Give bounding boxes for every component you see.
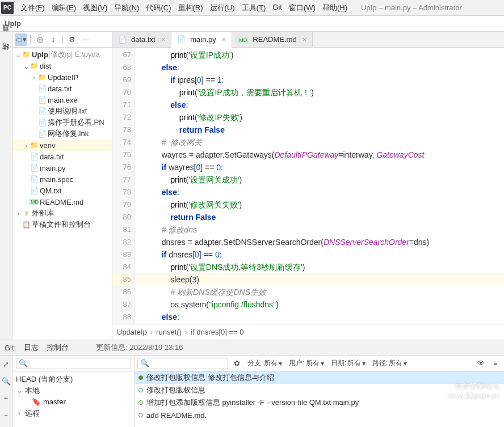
settings-icon[interactable]: ⚙ [66, 33, 78, 46]
breadcrumb-item[interactable]: runset() [156, 328, 182, 336]
hide-icon[interactable]: — [79, 33, 92, 46]
tree-item[interactable]: MDREADME.md [12, 196, 112, 208]
filter-settings-icon[interactable]: ✿ [230, 357, 243, 370]
menu-t[interactable]: 工具(T) [238, 1, 270, 15]
project-view-dropdown[interactable]: ▭▾ [15, 33, 27, 46]
head-branch[interactable]: HEAD (当前分支) [16, 374, 73, 385]
project-toolbar: ▭▾ ◎ ↕ ⚙ — [12, 32, 112, 48]
tree-item[interactable]: 📄网络修复.lnk [12, 128, 112, 139]
code-editor[interactable]: 6768697071727374757677787980818283848586… [112, 48, 504, 324]
branches-panel: 🔍 HEAD (当前分支) ⌄本地 🔖master ›远程 [12, 356, 135, 427]
tree-item[interactable]: 📄使用说明.txt [12, 105, 112, 117]
locate-icon[interactable]: ◎ [33, 33, 46, 46]
editor-tab[interactable]: 📄data.txt× [112, 32, 171, 47]
structure-tool-tab[interactable]: 结构 [0, 53, 12, 58]
menu-git[interactable]: Git [269, 1, 285, 15]
left-tool-gutter: 项目 结构 [0, 32, 12, 340]
tree-item[interactable]: ⌄📁UpIp [修改ip] E:\pyda [12, 49, 112, 60]
app-icon: PC [1, 2, 14, 14]
git-console-tab[interactable]: 控制台 [47, 343, 69, 353]
commit-row[interactable]: 增加打包添加版权信息 pyinstaller -F --version-file… [135, 396, 504, 409]
git-status-text: 更新信息: 2022/8/19 23:16 [96, 343, 183, 353]
code-breadcrumb: UpdateIp › runset() › if dnsres[0] == 0 [112, 324, 504, 340]
tree-item[interactable]: 📄data.txt [12, 151, 112, 162]
chevron-down-icon[interactable]: ⌄ [16, 385, 23, 396]
tree-item[interactable]: ›⫴外部库 [12, 208, 112, 219]
tree-item[interactable]: 📄main.spec [12, 174, 112, 185]
commit-row[interactable]: add README.md. [135, 409, 504, 421]
menu-e[interactable]: 编辑(E) [48, 1, 79, 15]
commit-row[interactable]: 修改打包版权信息 [135, 384, 504, 396]
branch-search-input[interactable]: 🔍 [16, 358, 131, 369]
git-toolbar: Git: 日志 控制台 更新信息: 2022/8/19 23:16 [0, 340, 504, 356]
remote-branches[interactable]: 远程 [25, 408, 40, 419]
tree-item[interactable]: ›📁venv [12, 139, 112, 151]
git-log-panel: ⤢ 🔍 ＋ － 🔍 HEAD (当前分支) ⌄本地 🔖master ›远程 🔍 … [0, 356, 504, 427]
date-filter[interactable]: 日期: 所有 ▾ [329, 358, 368, 368]
list-icon[interactable]: ≡ [489, 357, 502, 370]
eye-icon[interactable]: 👁 [474, 357, 487, 370]
plus-icon[interactable]: ＋ [0, 392, 12, 404]
commit-list[interactable]: 修改打包版权信息 修改打包信息与介绍修改打包版权信息增加打包添加版权信息 pyi… [135, 371, 504, 427]
expand-icon[interactable]: ⤢ [0, 358, 12, 370]
git-side-gutter: ⤢ 🔍 ＋ － [0, 356, 12, 427]
chevron-right-icon[interactable]: › [16, 408, 23, 419]
tree-item[interactable]: 📄QM.txt [12, 185, 112, 196]
menu-h[interactable]: 帮助(H) [319, 1, 351, 15]
code-lines[interactable]: print('设置IP成功') else: if ipres[0] == 1: … [135, 48, 504, 324]
master-branch[interactable]: master [43, 396, 66, 408]
project-sidebar: ▭▾ ◎ ↕ ⚙ — ⌄📁UpIp [修改ip] E:\pyda⌄📁dist›📁… [12, 32, 112, 340]
menu-bar: PC 文件(F)编辑(E)视图(V)导航(N)代码(C)重构(R)运行(U)工具… [0, 0, 504, 16]
branch-icon: 🔖 [32, 396, 41, 408]
menu-v[interactable]: 视图(V) [79, 1, 111, 15]
breadcrumb-item[interactable]: UpdateIp [117, 328, 147, 336]
git-log-tab[interactable]: 日志 [24, 343, 39, 353]
expand-all-icon[interactable]: ↕ [47, 33, 60, 46]
chevron-right-icon: › [185, 328, 187, 336]
navigation-bar: UpIp [0, 16, 504, 32]
commits-panel: 🔍 ✿ 分支: 所有 ▾ 用户: 所有 ▾ 日期: 所有 ▾ 路径: 所有 ▾ … [135, 356, 504, 427]
tree-item[interactable]: 📄data.txt [12, 83, 112, 94]
chevron-right-icon: › [150, 328, 153, 336]
tree-item[interactable]: ›📁UpdateIP [12, 71, 112, 83]
menu-u[interactable]: 运行(U) [207, 1, 238, 15]
tree-item[interactable]: 📄main.py [12, 162, 112, 174]
editor-area: 📄data.txt×📄main.py×MDREADME.md× 67686970… [112, 32, 504, 340]
project-tree[interactable]: ⌄📁UpIp [修改ip] E:\pyda⌄📁dist›📁UpdateIP📄da… [12, 48, 112, 340]
editor-tab[interactable]: 📄main.py× [171, 32, 232, 48]
branch-filter[interactable]: 分支: 所有 ▾ [245, 358, 284, 368]
menu-c[interactable]: 代码(C) [142, 1, 174, 15]
refresh-icon[interactable]: 🔍 [0, 375, 12, 387]
breadcrumb-root[interactable]: UpIp [5, 19, 21, 28]
breadcrumb-item[interactable]: if dnsres[0] == 0 [191, 328, 243, 336]
editor-tab[interactable]: MDREADME.md× [232, 32, 313, 47]
commit-row[interactable]: 修改打包版权信息 修改打包信息与介绍 [135, 371, 504, 384]
line-numbers: 6768697071727374757677787980818283848586… [112, 48, 135, 324]
tree-item[interactable]: ⌄📁dist [12, 60, 112, 71]
user-filter[interactable]: 用户: 所有 ▾ [287, 358, 326, 368]
project-tool-tab[interactable]: 项目 [0, 34, 12, 39]
tree-item[interactable]: 📄main.exe [12, 94, 112, 105]
menu-w[interactable]: 窗口(W) [285, 1, 319, 15]
tree-item[interactable]: 📄操作手册必看.PN [12, 117, 112, 128]
minus-icon[interactable]: － [0, 409, 12, 421]
local-branches[interactable]: 本地 [25, 385, 40, 396]
git-label: Git: [5, 344, 16, 352]
branch-tree[interactable]: HEAD (当前分支) ⌄本地 🔖master ›远程 [12, 371, 135, 427]
tree-item[interactable]: 📋草稿文件和控制台 [12, 219, 112, 230]
window-title: UpIp – main.py – Administrator [361, 3, 462, 12]
menu-f[interactable]: 文件(F) [17, 1, 48, 15]
menu-n[interactable]: 导航(N) [111, 1, 142, 15]
path-filter[interactable]: 路径: 所有 ▾ [370, 358, 409, 368]
menu-r[interactable]: 重构(R) [175, 1, 207, 15]
commit-search-input[interactable]: 🔍 [137, 358, 228, 369]
editor-tabs: 📄data.txt×📄main.py×MDREADME.md× [112, 32, 504, 48]
